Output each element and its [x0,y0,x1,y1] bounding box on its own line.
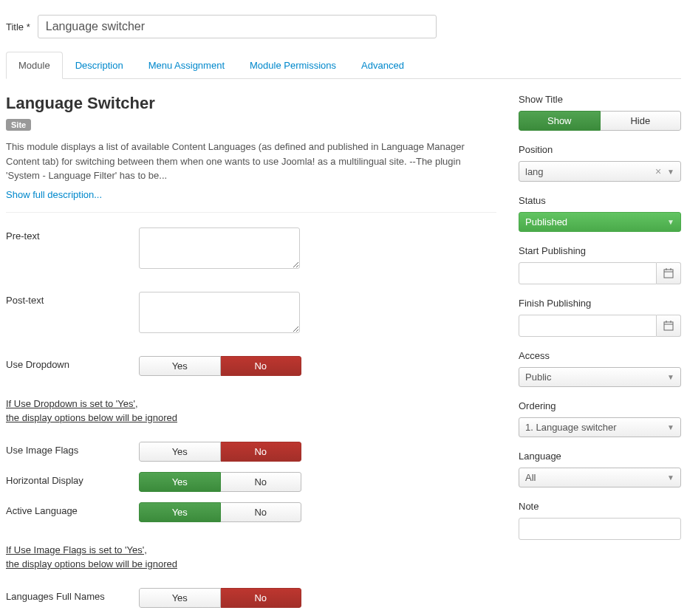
full-names-no[interactable]: No [221,588,302,608]
tabs-bar: Module Description Menu Assignment Modul… [6,52,681,79]
ordering-select[interactable]: 1. Language switcher ▼ [519,417,681,437]
tab-module[interactable]: Module [6,52,63,79]
tab-menu-assignment[interactable]: Menu Assignment [136,52,237,79]
finish-publishing-label: Finish Publishing [519,298,681,309]
full-names-toggle: Yes No [139,588,301,608]
chevron-down-icon: ▼ [667,373,674,381]
chevron-down-icon: ▼ [667,168,674,176]
svg-rect-0 [664,270,673,278]
horizontal-display-no[interactable]: No [221,472,302,492]
horizontal-display-toggle: Yes No [139,472,301,492]
use-dropdown-label: Use Dropdown [6,356,139,376]
show-full-description-link[interactable]: Show full description... [6,189,496,200]
active-language-label: Active Language [6,502,139,522]
use-image-flags-toggle: Yes No [139,442,301,462]
status-select[interactable]: Published ▼ [519,212,681,232]
title-row: Title * [6,15,681,38]
posttext-textarea[interactable] [139,292,300,333]
show-title-label: Show Title [519,94,681,105]
language-select[interactable]: All ▼ [519,468,681,487]
horizontal-display-yes[interactable]: Yes [139,472,221,492]
flags-note: If Use Image Flags is set to 'Yes', the … [6,543,496,572]
access-select[interactable]: Public ▼ [519,367,681,387]
note-label: Note [519,501,681,512]
full-names-yes[interactable]: Yes [139,588,221,608]
note-input[interactable] [519,518,681,540]
chevron-down-icon: ▼ [667,218,674,226]
tab-module-permissions[interactable]: Module Permissions [237,52,349,79]
finish-publishing-calendar-button[interactable] [657,315,681,337]
site-badge: Site [6,119,31,131]
use-image-flags-yes[interactable]: Yes [139,442,221,462]
status-value: Published [525,216,667,227]
access-label: Access [519,350,681,361]
start-publishing-label: Start Publishing [519,245,681,256]
dropdown-note: If Use Dropdown is set to 'Yes', the dis… [6,397,496,425]
chevron-down-icon: ▼ [667,423,674,431]
active-language-yes[interactable]: Yes [139,502,221,522]
chevron-down-icon: ▼ [667,473,674,482]
show-title-show[interactable]: Show [519,111,601,131]
calendar-icon [663,268,674,278]
clear-icon[interactable]: × [655,165,661,177]
use-image-flags-label: Use Image Flags [6,442,139,462]
left-column: Language Switcher Site This module displ… [6,94,496,616]
calendar-icon [663,321,674,331]
use-dropdown-toggle: Yes No [139,356,301,376]
horizontal-display-label: Horizontal Display [6,472,139,492]
position-label: Position [519,144,681,155]
ordering-label: Ordering [519,400,681,411]
active-language-toggle: Yes No [139,502,301,522]
module-heading: Language Switcher [6,94,496,113]
divider [6,212,496,213]
title-input[interactable] [38,15,437,38]
tab-advanced[interactable]: Advanced [349,52,417,79]
right-column: Show Title Show Hide Position lang × ▼ S… [519,94,681,616]
status-label: Status [519,195,681,206]
posttext-label: Post-text [6,292,139,335]
show-title-toggle: Show Hide [519,111,681,131]
show-title-hide[interactable]: Hide [601,111,682,131]
use-dropdown-yes[interactable]: Yes [139,356,221,376]
access-value: Public [525,372,667,383]
ordering-value: 1. Language switcher [525,422,667,433]
active-language-no[interactable]: No [221,502,302,522]
position-select[interactable]: lang × ▼ [519,161,681,182]
pretext-textarea[interactable] [139,227,300,269]
title-label: Title * [6,21,30,32]
use-image-flags-no[interactable]: No [221,442,302,462]
pretext-label: Pre-text [6,227,139,271]
use-dropdown-no[interactable]: No [221,356,302,376]
language-value: All [525,472,667,483]
svg-rect-4 [664,322,673,330]
start-publishing-input[interactable] [519,262,657,284]
module-description: This module displays a list of available… [6,140,496,183]
full-names-label: Languages Full Names [6,588,139,608]
tab-description[interactable]: Description [63,52,136,79]
position-value: lang [525,166,655,177]
finish-publishing-input[interactable] [519,315,657,337]
start-publishing-calendar-button[interactable] [657,262,681,284]
language-label: Language [519,451,681,462]
